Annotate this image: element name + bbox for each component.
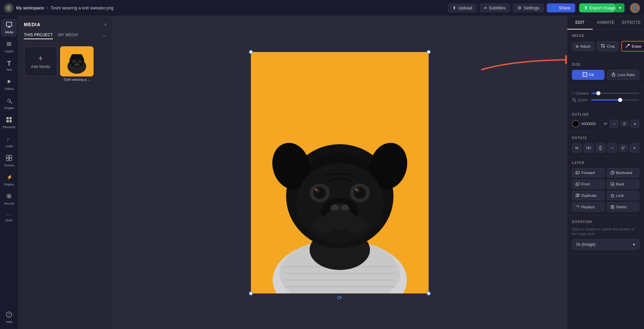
svg-point-55	[355, 188, 357, 190]
replace-button[interactable]: Replace	[572, 202, 605, 212]
rotate-plus-button[interactable]: +	[630, 143, 639, 153]
right-panel-tabs: EDIT ANIMATE EFFECTS	[567, 16, 644, 30]
handle-bottom-right[interactable]	[427, 291, 431, 295]
svg-marker-9	[8, 79, 11, 84]
svg-rect-72	[577, 171, 579, 173]
sidebar-item-plugins[interactable]: ⚡ Plugins	[1, 171, 17, 189]
backward-button[interactable]: Backward	[607, 168, 640, 177]
sidebar-item-images[interactable]: Images	[1, 95, 17, 112]
svg-rect-4	[6, 22, 12, 26]
media-thumbnail[interactable]	[60, 46, 94, 76]
corners-slider-thumb[interactable]	[596, 91, 600, 95]
image-section-title: IMAGE	[572, 34, 639, 38]
sidebar-item-layers[interactable]: Layers	[1, 38, 17, 56]
svg-point-32	[73, 61, 75, 62]
outline-plus-button[interactable]: +	[631, 120, 639, 128]
media-tab-more-button[interactable]: ···	[102, 33, 107, 39]
adjust-button[interactable]: ⊞ Adjust	[572, 42, 594, 51]
avatar: 👤	[630, 3, 640, 13]
delete-button[interactable]: Delete	[607, 202, 640, 212]
erase-button[interactable]: Erase	[621, 41, 644, 52]
handle-top-left[interactable]	[249, 50, 253, 54]
svg-marker-70	[576, 147, 577, 148]
tab-this-project[interactable]: THIS PROJECT	[24, 33, 53, 39]
right-panel: EDIT ANIMATE EFFECTS IMAGE ⊞ Adjust Crop	[567, 16, 644, 329]
outline-value: 0	[621, 121, 629, 127]
handle-bottom-left[interactable]	[249, 291, 253, 295]
export-icon: ⬆	[584, 5, 588, 10]
upload-button[interactable]: ⬆ Upload	[448, 3, 477, 12]
tab-edit[interactable]: EDIT	[567, 16, 593, 30]
sidebar-item-videos[interactable]: Videos	[1, 75, 17, 93]
corners-slider-track[interactable]	[591, 93, 639, 94]
duration-section-title: DURATION	[572, 220, 639, 224]
svg-point-54	[315, 188, 317, 190]
tab-effects[interactable]: EFFECTS	[619, 16, 644, 30]
sidebar-item-media[interactable]: Media	[1, 19, 17, 37]
outline-eyedropper-button[interactable]: ✏	[604, 121, 608, 126]
canvas-area: ⟳	[112, 16, 567, 329]
svg-point-23	[8, 195, 10, 197]
subtitles-button[interactable]: ≡ Subtitles	[480, 3, 510, 12]
svg-text:⚡: ⚡	[7, 174, 12, 180]
scenes-icon	[6, 155, 12, 163]
breadcrumb: My workspace > Toshi wearing a knit swea…	[16, 5, 114, 10]
sidebar-item-text[interactable]: T Text	[1, 57, 17, 74]
flip-vertical-button[interactable]	[596, 143, 605, 153]
outline-section-title: OUTLINE	[572, 113, 639, 116]
size-section: SIZE Fill Lock Ratio	[567, 59, 644, 87]
back-button[interactable]: Back	[607, 179, 640, 189]
svg-point-61	[313, 216, 336, 233]
tab-animate[interactable]: ANIMATE	[593, 16, 618, 30]
rotate-section: ROTATE − 0° +	[567, 132, 644, 157]
sidebar-item-more[interactable]: ··· More	[1, 209, 17, 225]
settings-button[interactable]: ⚙ Settings	[513, 3, 544, 12]
svg-rect-12	[6, 117, 9, 119]
sidebar-item-elements[interactable]: Elements	[1, 114, 17, 131]
sidebar-item-scenes[interactable]: Scenes	[1, 152, 17, 170]
svg-rect-8	[7, 42, 11, 43]
forward-button[interactable]: Forward	[572, 168, 605, 177]
zoom-slider-track[interactable]	[591, 99, 639, 101]
canvas-image[interactable]	[251, 52, 429, 293]
size-section-title: SIZE	[572, 63, 639, 66]
sidebar-item-help[interactable]: ? Help	[1, 309, 17, 326]
svg-point-68	[573, 98, 575, 101]
export-dropdown-button[interactable]: ▾	[615, 3, 625, 12]
duration-dropdown[interactable]: 0s (Image) ▾	[572, 239, 639, 250]
fill-button[interactable]: Fill	[572, 70, 604, 80]
audio-icon: ♪	[6, 135, 12, 144]
outline-minus-button[interactable]: −	[610, 120, 619, 128]
flip-horizontal-button[interactable]	[584, 143, 593, 153]
lock-ratio-icon	[611, 72, 616, 77]
crop-button[interactable]: Crop	[597, 41, 619, 51]
svg-point-34	[74, 63, 79, 66]
share-button[interactable]: 👤 Share	[547, 3, 575, 12]
handle-top-right[interactable]	[427, 50, 431, 54]
lock-button[interactable]: Lock	[607, 191, 640, 200]
svg-rect-76	[577, 182, 579, 185]
export-button[interactable]: ⬆ Export Image	[579, 3, 615, 12]
duplicate-button[interactable]: Duplicate	[572, 191, 605, 200]
outline-color-swatch[interactable]	[572, 120, 579, 127]
svg-text:♪: ♪	[7, 136, 9, 142]
crop-icon	[601, 44, 605, 49]
sidebar-item-record[interactable]: Record	[1, 190, 17, 208]
svg-rect-6	[7, 45, 11, 46]
tab-my-media[interactable]: MY MEDIA	[58, 33, 78, 39]
lock-ratio-button[interactable]: Lock Ratio	[607, 70, 640, 80]
rotate-ccw-button[interactable]	[572, 143, 582, 153]
front-button[interactable]: Front	[572, 179, 605, 189]
sidebar-item-audio[interactable]: ♪ Audio	[1, 133, 17, 151]
breadcrumb-sep: >	[46, 5, 49, 10]
workspace-link[interactable]: My workspace	[16, 5, 44, 10]
media-thumbnail-label: Toshi wearing a ...	[60, 78, 94, 81]
elements-icon	[6, 116, 12, 125]
add-media-button[interactable]: + Add Media	[24, 46, 57, 76]
media-panel-close-button[interactable]: ‹	[105, 21, 107, 28]
svg-text:C: C	[7, 6, 10, 10]
subtitles-icon: ≡	[484, 5, 487, 10]
zoom-slider-thumb[interactable]	[618, 98, 622, 102]
canvas-refresh-icon[interactable]: ⟳	[337, 294, 342, 301]
rotate-minus-button[interactable]: −	[607, 143, 617, 153]
